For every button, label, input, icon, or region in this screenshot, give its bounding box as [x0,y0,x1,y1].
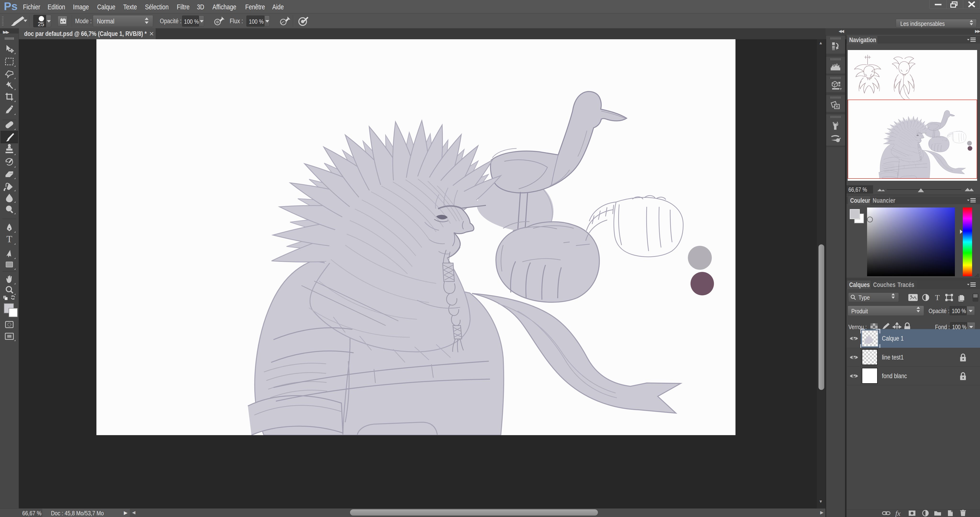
svg-text:T: T [935,293,940,302]
svg-text:fx: fx [895,510,900,517]
svg-text:T: T [6,234,12,244]
